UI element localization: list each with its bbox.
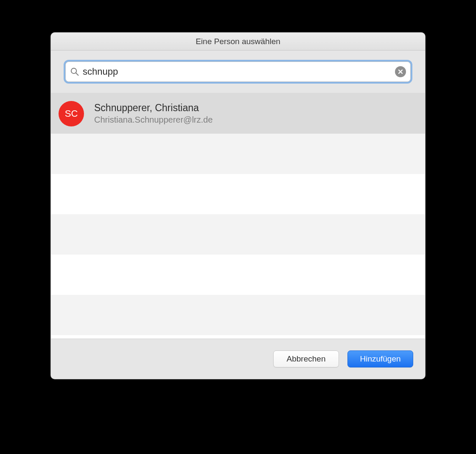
clear-search-button[interactable]	[395, 66, 406, 77]
person-picker-dialog: Eine Person auswählen SC Schnupperer,	[50, 32, 426, 379]
result-row[interactable]: SC Schnupperer, Christiana Christiana.Sc…	[51, 93, 425, 134]
svg-line-1	[76, 73, 78, 76]
search-input[interactable]	[79, 66, 395, 77]
search-icon	[70, 67, 79, 76]
result-name: Schnupperer, Christiana	[94, 102, 213, 114]
avatar: SC	[59, 101, 84, 126]
search-field-wrap	[65, 62, 411, 82]
result-row-empty	[51, 255, 425, 295]
dialog-title: Eine Person auswählen	[51, 33, 425, 50]
result-row-empty	[51, 134, 425, 174]
result-text: Schnupperer, Christiana Christiana.Schnu…	[94, 102, 213, 126]
result-row-empty	[51, 295, 425, 335]
cancel-button[interactable]: Abbrechen	[273, 350, 339, 367]
search-area	[51, 50, 425, 93]
results-list: SC Schnupperer, Christiana Christiana.Sc…	[51, 93, 425, 339]
x-icon	[398, 69, 403, 75]
result-row-empty	[51, 214, 425, 255]
add-button[interactable]: Hinzufügen	[347, 350, 413, 367]
result-email: Christiana.Schnupperer@lrz.de	[94, 115, 213, 125]
dialog-footer: Abbrechen Hinzufügen	[51, 339, 425, 379]
result-row-empty	[51, 174, 425, 214]
